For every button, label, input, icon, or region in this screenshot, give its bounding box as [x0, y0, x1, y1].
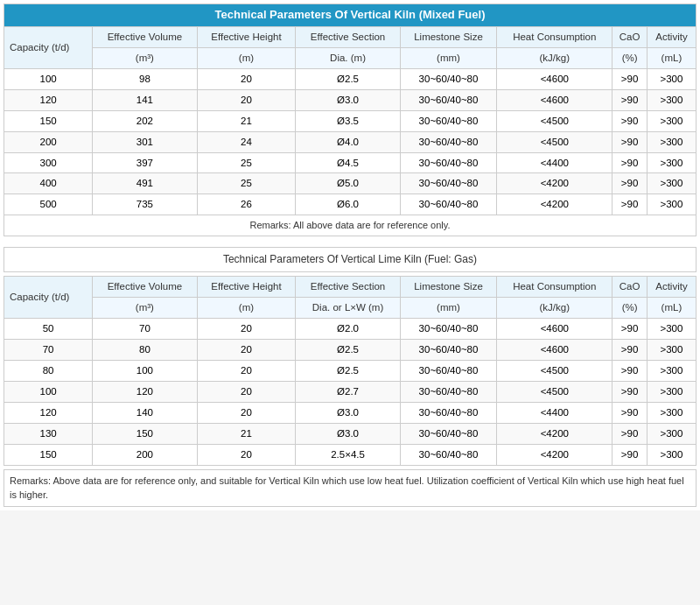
- table2-cell-6-6: >90: [612, 444, 648, 465]
- table2-cell-0-0: 50: [4, 319, 93, 340]
- table1-cell-5-4: 30~60/40~80: [400, 173, 497, 194]
- table2-col1-unit: (m³): [93, 298, 197, 319]
- table2-col7-unit: (mL): [647, 298, 696, 319]
- table1-row-5: 40049125Ø5.030~60/40~80<4200>90>300: [4, 173, 696, 194]
- table2-col4-unit: (mm): [400, 298, 497, 319]
- table1-cell-2-5: <4500: [497, 110, 612, 131]
- table2-col5-label: Heat Consumption: [497, 277, 612, 298]
- table2-cell-2-5: <4500: [497, 360, 612, 381]
- table1-row-3: 20030124Ø4.030~60/40~80<4500>90>300: [4, 131, 696, 152]
- table2-cell-4-7: >300: [647, 402, 696, 423]
- table2-cell-2-6: >90: [612, 360, 648, 381]
- table2-col3-label: Effective Section: [296, 277, 400, 298]
- table1-cell-3-4: 30~60/40~80: [400, 131, 497, 152]
- table1-cell-6-5: <4200: [497, 194, 612, 215]
- table2-cell-4-0: 120: [4, 402, 93, 423]
- table1-cell-0-6: >90: [612, 68, 648, 89]
- table1-row-4: 30039725Ø4.530~60/40~80<4400>90>300: [4, 152, 696, 173]
- table1-cell-2-1: 202: [93, 110, 197, 131]
- table1-cell-5-7: >300: [647, 173, 696, 194]
- table2-cell-5-5: <4200: [497, 423, 612, 444]
- table2-cell-6-5: <4200: [497, 444, 612, 465]
- table2-row-1: 708020Ø2.530~60/40~80<4600>90>300: [4, 340, 696, 361]
- table1-row-1: 12014120Ø3.030~60/40~80<4600>90>300: [4, 89, 696, 110]
- table1-cell-0-5: <4600: [497, 68, 612, 89]
- table1-cell-4-1: 397: [93, 152, 197, 173]
- table1-row-6: 50073526Ø6.030~60/40~80<4200>90>300: [4, 194, 696, 215]
- table1-col1-label: Effective Volume: [93, 26, 197, 47]
- table2-cell-2-2: 20: [197, 360, 296, 381]
- table2-cell-5-4: 30~60/40~80: [400, 423, 497, 444]
- table1-cell-3-3: Ø4.0: [296, 131, 400, 152]
- table2-cell-2-7: >300: [647, 360, 696, 381]
- table1-cell-6-7: >300: [647, 194, 696, 215]
- table2-cell-4-2: 20: [197, 402, 296, 423]
- table2-col3-unit: Dia. or L×W (m): [296, 298, 400, 319]
- table2-cell-2-4: 30~60/40~80: [400, 360, 497, 381]
- table1-cell-0-1: 98: [93, 68, 197, 89]
- table1-cell-2-3: Ø3.5: [296, 110, 400, 131]
- table2-cell-1-4: 30~60/40~80: [400, 340, 497, 361]
- table1-col3-label: Effective Section: [296, 26, 400, 47]
- table1-cell-5-1: 491: [93, 173, 197, 194]
- table2-cell-3-7: >300: [647, 381, 696, 402]
- table1-cell-0-3: Ø2.5: [296, 68, 400, 89]
- table2-cell-5-2: 21: [197, 423, 296, 444]
- table1-col0-label: Capacity (t/d): [4, 26, 93, 68]
- table2-cell-2-0: 80: [4, 360, 93, 381]
- table2-cell-0-3: Ø2.0: [296, 319, 400, 340]
- table2-col6-unit: (%): [612, 298, 648, 319]
- table2-cell-5-0: 130: [4, 423, 93, 444]
- table1-cell-3-2: 24: [197, 131, 296, 152]
- table2-cell-4-3: Ø3.0: [296, 402, 400, 423]
- table1-cell-5-2: 25: [197, 173, 296, 194]
- table1-cell-5-6: >90: [612, 173, 648, 194]
- table2-cell-6-7: >300: [647, 444, 696, 465]
- table1-cell-4-0: 300: [4, 152, 93, 173]
- page: Technical Parameters Of Vertical Kiln (M…: [0, 0, 700, 510]
- table2-col5-unit: (kJ/kg): [497, 298, 612, 319]
- table1-cell-3-5: <4500: [497, 131, 612, 152]
- table1-cell-6-0: 500: [4, 194, 93, 215]
- table1-cell-0-2: 20: [197, 68, 296, 89]
- table1-cell-5-3: Ø5.0: [296, 173, 400, 194]
- table1-cell-3-7: >300: [647, 131, 696, 152]
- table2-cell-1-0: 70: [4, 340, 93, 361]
- table2-col2-label: Effective Height: [197, 277, 296, 298]
- table2-cell-6-1: 200: [93, 444, 197, 465]
- table2-cell-0-5: <4600: [497, 319, 612, 340]
- table1-cell-4-2: 25: [197, 152, 296, 173]
- table1-row-2: 15020221Ø3.530~60/40~80<4500>90>300: [4, 110, 696, 131]
- table2-col0-label: Capacity (t/d): [4, 277, 93, 319]
- table1-cell-2-0: 150: [4, 110, 93, 131]
- table1: Technical Parameters Of Vertical Kiln (M…: [4, 4, 696, 236]
- table2: Capacity (t/d) Effective Volume Effectiv…: [4, 276, 696, 465]
- table2-cell-0-2: 20: [197, 319, 296, 340]
- table2-cell-6-4: 30~60/40~80: [400, 444, 497, 465]
- table2-cell-6-2: 20: [197, 444, 296, 465]
- table2-col2-unit: (m): [197, 298, 296, 319]
- table2-cell-1-3: Ø2.5: [296, 340, 400, 361]
- table2-row-3: 10012020Ø2.730~60/40~80<4500>90>300: [4, 381, 696, 402]
- footer-remarks: Remarks: Above data are for reference on…: [4, 469, 696, 507]
- table1-cell-3-1: 301: [93, 131, 197, 152]
- table2-cell-5-3: Ø3.0: [296, 423, 400, 444]
- table1-col3-unit: Dia. (m): [296, 47, 400, 68]
- table1-cell-4-3: Ø4.5: [296, 152, 400, 173]
- table1-cell-1-0: 120: [4, 89, 93, 110]
- table1-cell-4-4: 30~60/40~80: [400, 152, 497, 173]
- table1-col2-label: Effective Height: [197, 26, 296, 47]
- table2-row-6: 150200202.5×4.530~60/40~80<4200>90>300: [4, 444, 696, 465]
- table1-cell-1-3: Ø3.0: [296, 89, 400, 110]
- table2-cell-3-5: <4500: [497, 381, 612, 402]
- table1-cell-3-6: >90: [612, 131, 648, 152]
- table1-col4-label: Limestone Size: [400, 26, 497, 47]
- table1-cell-1-5: <4600: [497, 89, 612, 110]
- table1-col5-label: Heat Consumption: [497, 26, 612, 47]
- table1-cell-3-0: 200: [4, 131, 93, 152]
- table2-row-5: 13015021Ø3.030~60/40~80<4200>90>300: [4, 423, 696, 444]
- table1-cell-0-4: 30~60/40~80: [400, 68, 497, 89]
- table1-col1-unit: (m³): [93, 47, 197, 68]
- table1-cell-6-6: >90: [612, 194, 648, 215]
- table2-cell-1-7: >300: [647, 340, 696, 361]
